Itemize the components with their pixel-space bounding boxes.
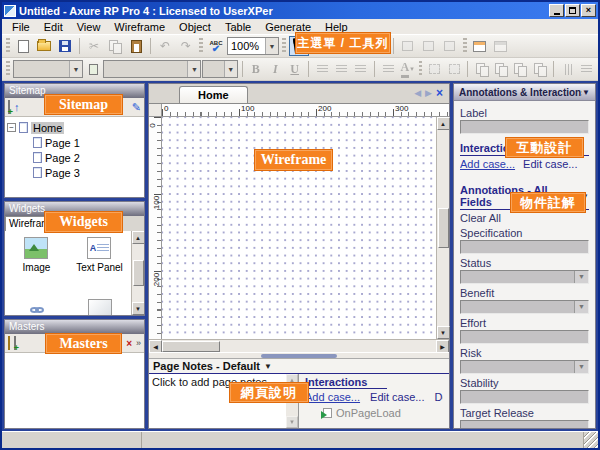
group-button[interactable] [425, 59, 443, 79]
widget-image[interactable]: Image [23, 237, 51, 299]
toolbar-grip[interactable] [6, 38, 10, 54]
dropdown-arrow-icon[interactable]: ▼ [264, 362, 272, 371]
scroll-down-icon[interactable]: ▼ [132, 302, 145, 315]
send-to-back-button[interactable] [492, 59, 510, 79]
add-case-link[interactable]: Add case... [460, 158, 515, 170]
font-size-combobox[interactable]: ▼ [202, 60, 237, 78]
widget-hyperlink[interactable]: Hyperlink [16, 299, 58, 315]
tree-row-page1[interactable]: Page 1 [7, 135, 142, 150]
onpageload-row[interactable]: OnPageLoad [323, 407, 443, 419]
scroll-down-icon[interactable]: ▼ [286, 416, 298, 428]
toolbar-grip[interactable] [199, 38, 203, 54]
align-right-button[interactable] [352, 59, 370, 79]
tree-row-page2[interactable]: Page 2 [7, 150, 142, 165]
move-up-button[interactable]: ↑ [14, 102, 20, 113]
copy-button[interactable] [105, 36, 125, 56]
tab-home[interactable]: Home [179, 86, 248, 103]
edit-page-button[interactable]: ✎ [132, 102, 141, 113]
distribute-vertical-button[interactable] [577, 59, 595, 79]
paste-button[interactable] [126, 36, 146, 56]
effort-input[interactable] [460, 330, 589, 344]
dropdown-arrow-icon[interactable]: ▼ [574, 301, 588, 313]
redo-button[interactable]: ↷ [176, 36, 196, 56]
tree-label-page2[interactable]: Page 2 [45, 152, 80, 164]
ungroup-button[interactable] [445, 59, 463, 79]
specification-input[interactable] [460, 240, 589, 254]
minimize-button[interactable] [549, 4, 564, 17]
open-button[interactable] [34, 36, 54, 56]
delete-master-button[interactable]: × [126, 338, 132, 349]
next-tab-icon[interactable]: ▶ [425, 88, 432, 98]
font-color-button[interactable]: A▾ [399, 59, 416, 79]
send-backward-button[interactable] [531, 59, 549, 79]
collapse-icon[interactable]: − [7, 123, 16, 132]
dropdown-arrow-icon[interactable]: ▼ [574, 271, 588, 283]
cut-button[interactable]: ✂ [84, 36, 104, 56]
delete-case-link[interactable]: Delete ca... [434, 391, 443, 403]
page-notes-header[interactable]: Page Notes - Default ▼ [149, 359, 449, 374]
splitter-handle-icon[interactable] [261, 354, 337, 358]
dropdown-arrow-icon[interactable]: ▼ [574, 361, 588, 373]
align-left-button[interactable] [313, 59, 331, 79]
font-style-combobox[interactable]: ▼ [103, 60, 201, 78]
spellcheck-button[interactable]: ABC✔ [206, 36, 226, 56]
border-color-button[interactable] [419, 36, 439, 56]
bullet-list-button[interactable] [379, 59, 397, 79]
new-button[interactable] [13, 36, 33, 56]
status-select[interactable]: ▼ [460, 270, 589, 284]
undo-button[interactable]: ↶ [155, 36, 175, 56]
edit-case-link[interactable]: Edit case... [523, 158, 577, 170]
resize-grip[interactable] [584, 432, 598, 448]
edit-case-link[interactable]: Edit case... [370, 391, 424, 403]
stability-input[interactable] [460, 390, 589, 404]
toolbar-grip[interactable] [6, 61, 10, 77]
save-button[interactable] [55, 36, 75, 56]
menu-table[interactable]: Table [219, 20, 257, 34]
add-case-link[interactable]: Add case... [305, 391, 360, 403]
clear-all-link[interactable]: Clear All [460, 212, 589, 224]
table-properties-button[interactable] [491, 36, 511, 56]
tree-row-home[interactable]: − Home [7, 120, 142, 135]
font-family-combobox[interactable]: ▼ [13, 60, 83, 78]
panel-overflow-button[interactable]: » [136, 338, 141, 348]
menu-edit[interactable]: Edit [38, 20, 69, 34]
shadow-button[interactable] [440, 36, 460, 56]
scroll-left-icon[interactable]: ◀ [149, 340, 162, 353]
target-release-input[interactable] [460, 420, 589, 428]
menu-view[interactable]: View [71, 20, 107, 34]
bring-forward-button[interactable] [511, 59, 529, 79]
scroll-up-icon[interactable]: ▲ [437, 117, 450, 130]
add-master-button[interactable] [14, 337, 16, 349]
dropdown-arrow-icon[interactable]: ▼ [187, 61, 200, 77]
tree-label-page3[interactable]: Page 3 [45, 167, 80, 179]
canvas-vertical-scrollbar[interactable]: ▲ ▼ [436, 117, 449, 339]
toolbar-grip[interactable] [463, 38, 467, 54]
distribute-horizontal-button[interactable] [558, 59, 576, 79]
prev-tab-icon[interactable]: ◀ [414, 88, 421, 98]
masters-list[interactable] [5, 353, 144, 428]
menu-file[interactable]: File [6, 20, 36, 34]
fill-color-button[interactable] [398, 36, 418, 56]
scrollbar-thumb[interactable] [133, 260, 144, 286]
align-center-button[interactable] [332, 59, 350, 79]
tree-label-home[interactable]: Home [31, 122, 64, 134]
edit-text-button[interactable] [84, 59, 102, 79]
underline-button[interactable]: U [285, 59, 303, 79]
add-page-button[interactable] [8, 101, 10, 113]
menu-object[interactable]: Object [173, 20, 217, 34]
scroll-right-icon[interactable]: ▶ [436, 340, 449, 353]
insert-table-button[interactable] [470, 36, 490, 56]
scroll-up-icon[interactable]: ▲ [132, 231, 145, 244]
title-bar[interactable]: Untitled - Axure RP Pro 4 : Licensed to … [2, 2, 598, 19]
widget-text-panel[interactable]: A Text Panel [76, 237, 123, 299]
widgets-scrollbar[interactable]: ▲ ▼ [131, 231, 144, 315]
close-button[interactable]: × [581, 4, 596, 17]
open-master-button[interactable] [8, 337, 10, 349]
benefit-select[interactable]: ▼ [460, 300, 589, 314]
canvas-horizontal-scrollbar[interactable]: ◀ ▶ [149, 339, 449, 352]
zoom-combobox[interactable]: 100% ▼ [227, 37, 279, 55]
dropdown-arrow-icon[interactable]: ▼ [582, 88, 590, 97]
scroll-down-icon[interactable]: ▼ [437, 326, 450, 339]
menu-wireframe[interactable]: Wireframe [108, 20, 171, 34]
close-tab-icon[interactable]: × [436, 86, 443, 100]
